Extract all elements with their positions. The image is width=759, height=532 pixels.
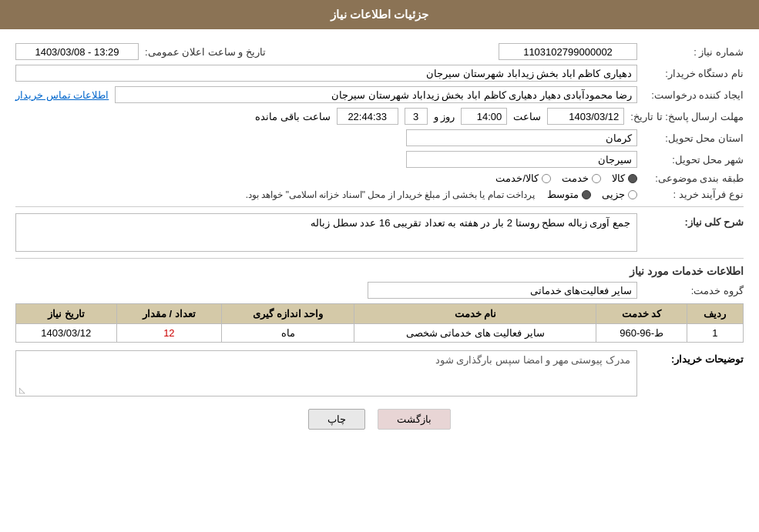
category-label-khedmat: خدمت — [562, 172, 589, 184]
province-value: کرمان — [406, 129, 637, 146]
page-wrapper: جزئیات اطلاعات نیاز شماره نیاز : 1103102… — [0, 0, 759, 532]
response-days-value: 3 — [405, 108, 428, 125]
buttons-row: بازگشت چاپ — [15, 409, 744, 430]
page-title: جزئیات اطلاعات نیاز — [331, 8, 428, 21]
category-option-kala-khedmat[interactable]: کالا/خدمت — [495, 172, 551, 184]
buyer-notes-label: توضیحات خریدار: — [643, 350, 744, 365]
buyer-org-value: دهیاری کاظم اباد بخش زیداباد شهرستان سیر… — [15, 65, 637, 82]
purchase-type-radio-motavasset — [582, 190, 591, 199]
response-date-value: 1403/03/12 — [547, 108, 624, 125]
announcement-date-label: تاریخ و ساعت اعلان عمومی: — [145, 46, 266, 58]
col-row: ردیف — [687, 304, 743, 324]
category-option-kala[interactable]: کالا — [612, 172, 637, 184]
content-area: شماره نیاز : 1103102799000002 تاریخ و سا… — [0, 29, 759, 445]
response-time-label: ساعت — [513, 111, 541, 122]
category-row: طبقه بندی موضوعی: کالا خدمت کالا/خدمت — [15, 172, 744, 184]
creator-link[interactable]: اطلاعات تماس خریدار — [15, 89, 109, 101]
col-code: کد خدمت — [596, 304, 687, 324]
need-number-label: شماره نیاز : — [643, 46, 744, 58]
category-label-kala-khedmat: کالا/خدمت — [495, 172, 539, 184]
purchase-type-radio-jozi — [628, 190, 637, 199]
creator-row: ایجاد کننده درخواست: رضا محمودآبادی دهیا… — [15, 86, 744, 103]
category-radio-group: کالا خدمت کالا/خدمت — [495, 172, 637, 184]
buyer-org-label: نام دستگاه خریدار: — [643, 68, 744, 79]
response-deadline-row: مهلت ارسال پاسخ: تا تاریخ: 1403/03/12 سا… — [15, 108, 744, 125]
service-table-header-row: ردیف کد خدمت نام خدمت واحد اندازه گیری ت… — [16, 304, 744, 324]
col-date: تاریخ نیاز — [16, 304, 117, 324]
purchase-type-radio-group: جزیی متوسط — [547, 189, 637, 200]
province-row: استان محل تحویل: کرمان — [15, 129, 744, 146]
buyer-notes-box: مدرک پیوستی مهر و امضا سپس بارگذاری شود … — [15, 350, 637, 396]
purchase-type-option-jozi[interactable]: جزیی — [602, 189, 637, 200]
table-row: 1ط-96-960سایر فعالیت های خدماتی شخصیماه1… — [16, 324, 744, 343]
province-label: استان محل تحویل: — [643, 132, 744, 144]
creator-label: ایجاد کننده درخواست: — [643, 89, 744, 101]
category-label: طبقه بندی موضوعی: — [643, 172, 744, 184]
category-radio-kala — [628, 174, 637, 183]
buyer-notes-row: توضیحات خریدار: مدرک پیوستی مهر و امضا س… — [15, 350, 744, 396]
buyer-notes-value: مدرک پیوستی مهر و امضا سپس بارگذاری شود — [435, 354, 630, 366]
need-number-row: شماره نیاز : 1103102799000002 تاریخ و سا… — [15, 43, 744, 60]
purchase-type-label-motavasset: متوسط — [547, 189, 579, 200]
purchase-type-row: نوع فرآیند خرید : جزیی متوسط پرداخت تمام… — [15, 189, 744, 200]
service-table: ردیف کد خدمت نام خدمت واحد اندازه گیری ت… — [15, 303, 744, 343]
table-cell-1: ط-96-960 — [596, 324, 687, 343]
category-radio-khedmat — [592, 174, 601, 183]
response-days-label: روز و — [434, 111, 455, 122]
table-cell-4: 12 — [116, 324, 222, 343]
response-remaining-label: ساعت باقی مانده — [255, 111, 330, 122]
buyer-org-row: نام دستگاه خریدار: دهیاری کاظم اباد بخش … — [15, 65, 744, 82]
announcement-date-value: 1403/03/08 - 13:29 — [15, 43, 139, 60]
service-group-value: سایر فعالیت‌های خدماتی — [368, 282, 637, 299]
print-button[interactable]: چاپ — [308, 409, 365, 430]
purchase-type-label: نوع فرآیند خرید : — [643, 189, 744, 200]
category-radio-kala-khedmat — [542, 174, 551, 183]
response-deadline-label: مهلت ارسال پاسخ: تا تاریخ: — [630, 111, 744, 122]
table-cell-3: ماه — [222, 324, 354, 343]
back-button[interactable]: بازگشت — [378, 409, 451, 430]
creator-value: رضا محمودآبادی دهیار دهیاری کاظم اباد بخ… — [115, 86, 637, 103]
purchase-type-label-jozi: جزیی — [602, 189, 625, 200]
city-label: شهر محل تحویل: — [643, 154, 744, 166]
purchase-type-option-motavasset[interactable]: متوسط — [547, 189, 591, 200]
purchase-type-note: پرداخت تمام یا بخشی از مبلغ خریدار از مح… — [246, 189, 535, 200]
need-description-row: شرح کلی نیاز: جمع آوری زباله سطح روستا 2… — [15, 213, 744, 252]
category-option-khedmat[interactable]: خدمت — [562, 172, 601, 184]
col-quantity: تعداد / مقدار — [116, 304, 222, 324]
table-cell-2: سایر فعالیت های خدماتی شخصی — [354, 324, 596, 343]
services-section-title: اطلاعات خدمات مورد نیاز — [15, 265, 744, 277]
category-label-kala: کالا — [612, 172, 625, 184]
city-row: شهر محل تحویل: سیرجان — [15, 151, 744, 168]
col-unit: واحد اندازه گیری — [222, 304, 354, 324]
service-group-label: گروه خدمت: — [643, 285, 744, 296]
response-remaining-value: 22:44:33 — [337, 108, 398, 125]
col-name: نام خدمت — [354, 304, 596, 324]
need-number-value: 1103102799000002 — [499, 43, 637, 60]
resize-handle: ◺ — [19, 386, 25, 394]
need-description-label: شرح کلی نیاز: — [643, 213, 744, 228]
need-description-value: جمع آوری زباله سطح روستا 2 بار در هفته ب… — [15, 213, 637, 252]
table-cell-0: 1 — [687, 324, 743, 343]
city-value: سیرجان — [406, 151, 637, 168]
page-header: جزئیات اطلاعات نیاز — [0, 0, 759, 29]
table-cell-5: 1403/03/12 — [16, 324, 117, 343]
service-group-row: گروه خدمت: سایر فعالیت‌های خدماتی — [15, 282, 744, 299]
response-time-value: 14:00 — [461, 108, 507, 125]
